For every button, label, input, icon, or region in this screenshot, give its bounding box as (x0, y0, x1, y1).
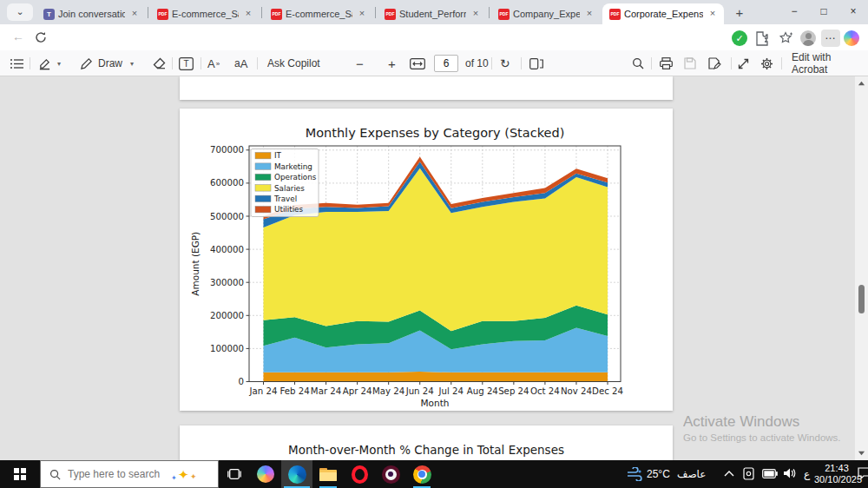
tab-close-icon[interactable]: × (356, 8, 368, 20)
search-input[interactable] (68, 468, 172, 480)
tray-device-icon[interactable] (743, 467, 754, 480)
activate-windows-watermark: Activate Windows Go to Settings to activ… (683, 413, 841, 443)
new-tab-button[interactable]: + (729, 3, 750, 23)
ask-copilot-button[interactable]: Ask Copilot (267, 55, 320, 72)
edge-taskbar-icon[interactable] (281, 460, 312, 488)
add-text-icon[interactable]: T (179, 55, 194, 72)
svg-text:Oct 24: Oct 24 (530, 386, 560, 396)
page-number-input[interactable] (434, 55, 458, 72)
svg-text:Mar 24: Mar 24 (311, 386, 341, 396)
draw-label[interactable]: Draw (98, 55, 122, 72)
minimize-button[interactable]: − (779, 0, 809, 24)
pdf-icon: PDF (609, 9, 621, 20)
edit-with-acrobat-button[interactable]: Edit with Acrobat (792, 55, 868, 72)
pdf-icon: PDF (157, 9, 168, 20)
pdf-page-next-top: Month-over-Month % Change in Total Expen… (180, 425, 673, 460)
clock-time: 21:43 (814, 463, 859, 474)
tab-close-icon[interactable]: × (707, 8, 719, 20)
tab-ecommerce-2[interactable]: PDF E-commerce_Sales_Anal × (264, 3, 373, 24)
windows-taskbar: ✦ ✦ ✦ (0, 460, 868, 488)
extensions-puzzle-icon[interactable] (753, 30, 769, 46)
search-document-icon[interactable] (632, 55, 644, 72)
svg-text:Marketing: Marketing (274, 162, 312, 171)
tab-title: Company_Expenses_Ana (513, 9, 580, 19)
svg-text:Apr 24: Apr 24 (343, 386, 372, 396)
tab-close-icon[interactable]: × (242, 8, 254, 20)
tab-divider (261, 7, 262, 18)
tab-student-performance[interactable]: PDF Student_Performance_A × (378, 3, 487, 24)
browser-icon[interactable] (375, 460, 406, 488)
tab-corporate-expenses-active[interactable]: PDF Corporate_Expenses_20 × (602, 3, 724, 24)
tab-ecommerce-1[interactable]: PDF E-commerce_Sales_Anal × (150, 3, 260, 24)
pdf-page-chart: 0100000200000300000400000500000600000700… (180, 109, 673, 411)
weather-condition[interactable]: عاصف (677, 468, 706, 480)
close-window-button[interactable]: × (838, 0, 868, 24)
svg-text:IT: IT (274, 151, 282, 160)
tab-title: Corporate_Expenses_20 (624, 9, 703, 19)
fit-to-width-icon[interactable] (410, 55, 425, 72)
more-menu-icon[interactable]: … (821, 30, 840, 47)
table-of-contents-icon[interactable] (10, 55, 23, 72)
page-total-label: of 10 (465, 55, 489, 72)
scroll-up-icon[interactable] (858, 80, 865, 88)
save-as-icon[interactable] (708, 55, 721, 72)
clock-date: 30/10/2025 (814, 474, 859, 485)
back-icon[interactable]: ← (12, 30, 24, 43)
tray-chevron-up-icon[interactable] (724, 470, 734, 477)
highlighter-icon[interactable] (38, 55, 51, 72)
tab-strip: ⌄ T Join conversation × PDF E-commerce_S… (0, 0, 868, 24)
read-aloud-icon[interactable]: A» (207, 55, 220, 72)
print-icon[interactable] (660, 55, 673, 72)
weather-icon[interactable] (627, 467, 642, 481)
collections-icon[interactable] (778, 30, 793, 46)
tab-title: E-commerce_Sales_Anal (172, 9, 239, 19)
svg-text:Sep 24: Sep 24 (498, 386, 529, 396)
speaker-icon[interactable] (783, 467, 796, 479)
draw-pen-icon[interactable] (80, 55, 93, 72)
tab-join-conversation[interactable]: T Join conversation × (36, 3, 146, 24)
taskbar-search[interactable]: ✦ ✦ ✦ (40, 460, 219, 488)
refresh-icon[interactable] (35, 31, 47, 43)
copilot-taskbar-icon[interactable] (250, 460, 281, 488)
tab-close-icon[interactable]: × (470, 8, 482, 20)
chrome-icon[interactable] (406, 460, 437, 488)
highlighter-dropdown-icon[interactable]: ▾ (57, 55, 61, 72)
fullscreen-icon[interactable] (738, 55, 749, 72)
page-view-icon[interactable] (529, 55, 543, 72)
file-explorer-icon[interactable] (312, 460, 344, 488)
maximize-button[interactable]: □ (809, 0, 838, 24)
scrollbar-thumb[interactable] (858, 285, 865, 313)
security-check-icon[interactable]: ✓ (732, 30, 747, 46)
tab-company-expenses[interactable]: PDF Company_Expenses_Ana × (491, 3, 601, 24)
battery-icon[interactable] (762, 469, 778, 478)
tab-title: E-commerce_Sales_Anal (286, 9, 352, 19)
draw-dropdown-icon[interactable]: ▾ (130, 55, 134, 72)
profile-avatar[interactable] (800, 30, 816, 46)
start-button[interactable] (0, 460, 40, 488)
notification-icon[interactable] (858, 467, 868, 479)
task-view-icon[interactable] (219, 460, 250, 488)
eraser-icon[interactable] (153, 55, 167, 72)
settings-gear-icon[interactable] (760, 55, 773, 72)
language-indicator[interactable]: ع (804, 468, 810, 480)
zoom-in-icon[interactable]: + (388, 55, 396, 72)
opera-icon[interactable] (344, 460, 375, 488)
tab-close-icon[interactable]: × (128, 8, 141, 20)
tab-search-button[interactable]: ⌄ (7, 3, 33, 21)
pdf-icon: PDF (385, 9, 396, 20)
tab-title: Student_Performance_A (399, 9, 466, 19)
vertical-scrollbar[interactable] (855, 76, 868, 460)
svg-text:Jul 24: Jul 24 (438, 386, 464, 396)
tab-divider (375, 7, 376, 18)
rotate-icon[interactable]: ↻ (500, 55, 510, 72)
scroll-down-icon[interactable] (858, 449, 865, 457)
tab-close-icon[interactable]: × (583, 8, 595, 20)
svg-text:700000: 700000 (210, 145, 244, 155)
svg-text:Operations: Operations (274, 173, 317, 181)
zoom-out-icon[interactable]: − (356, 55, 364, 72)
weather-temperature[interactable]: 25°C (647, 468, 670, 480)
svg-text:600000: 600000 (210, 178, 244, 188)
translate-icon[interactable]: aA (234, 55, 247, 72)
copilot-icon[interactable] (844, 30, 859, 46)
taskbar-clock[interactable]: 21:43 30/10/2025 (814, 463, 859, 485)
